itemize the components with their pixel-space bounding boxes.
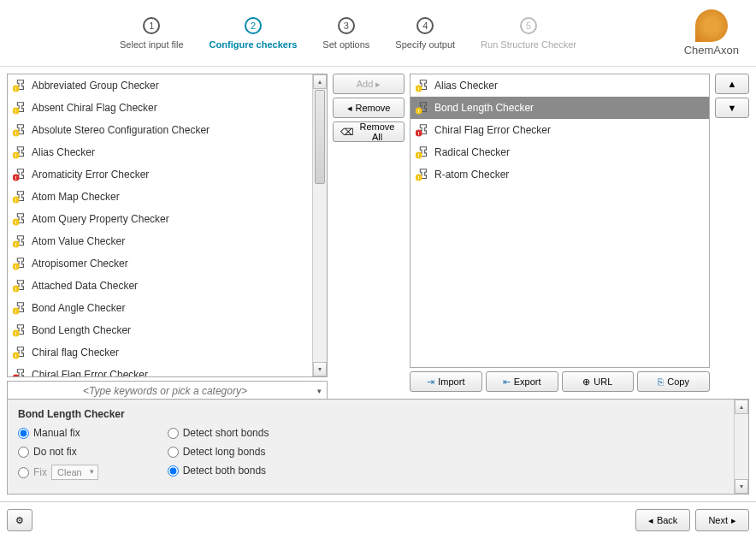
- remove-all-button[interactable]: ⌫Remove All: [333, 121, 405, 142]
- settings-button[interactable]: ⚙: [7, 509, 32, 531]
- svg-text:!: !: [15, 264, 17, 270]
- wizard-step[interactable]: 1Select input file: [120, 17, 184, 50]
- radio-input[interactable]: [168, 447, 179, 458]
- checker-icon: !: [13, 190, 27, 204]
- step-number: 4: [416, 17, 434, 34]
- arrow-right-icon: ▸: [731, 515, 736, 526]
- checker-item[interactable]: !Atom Value Checker: [8, 230, 312, 252]
- checker-icon: !: [13, 168, 27, 181]
- dropdown-arrow-icon[interactable]: ▾: [317, 387, 322, 395]
- available-panel: !Abbreviated Group Checker!Absent Chiral…: [7, 74, 328, 392]
- checker-item[interactable]: !Chiral Flag Error Checker: [8, 364, 312, 376]
- checker-icon: !: [13, 368, 27, 376]
- checker-item[interactable]: !Alias Checker: [410, 74, 709, 97]
- wizard-header: 1Select input file2Configure checkers3Se…: [0, 0, 756, 67]
- step-label: Select input file: [120, 39, 184, 50]
- scroll-up-button[interactable]: ▴: [313, 74, 327, 89]
- io-buttons: ⇥Import ⇤Export ⊕URL ⎘Copy: [410, 371, 710, 392]
- option-label: Detect short bonds: [183, 427, 269, 439]
- gear-icon: ⚙: [15, 515, 24, 526]
- checker-item[interactable]: !Alias Checker: [8, 141, 312, 163]
- svg-text:!: !: [15, 286, 17, 292]
- checker-item[interactable]: !R-atom Checker: [410, 163, 709, 186]
- checker-item[interactable]: !Bond Length Checker: [8, 319, 312, 341]
- checker-icon: !: [13, 101, 27, 115]
- export-icon: ⇤: [503, 376, 511, 388]
- step-label: Set options: [322, 39, 369, 50]
- option-label: Do not fix: [33, 446, 77, 458]
- wizard-step[interactable]: 2Configure checkers: [210, 17, 298, 50]
- checker-icon: !: [13, 212, 27, 226]
- fix-option[interactable]: Fix Clean: [18, 465, 125, 480]
- fix-option[interactable]: Do not fix: [18, 446, 125, 458]
- checker-label: Atom Query Property Checker: [32, 213, 169, 225]
- svg-text:!: !: [15, 108, 17, 114]
- radio-input[interactable]: [18, 428, 29, 439]
- detect-option[interactable]: Detect both bonds: [168, 465, 269, 477]
- available-checker-list[interactable]: !Abbreviated Group Checker!Absent Chiral…: [8, 74, 312, 376]
- radio-input[interactable]: [18, 447, 29, 458]
- export-button[interactable]: ⇤Export: [486, 371, 558, 392]
- checker-item[interactable]: !Bond Length Checker: [410, 97, 709, 119]
- svg-text:!: !: [15, 175, 17, 181]
- svg-text:!: !: [15, 352, 17, 358]
- url-button[interactable]: ⊕URL: [562, 371, 635, 392]
- add-button[interactable]: Add ▸: [333, 74, 405, 94]
- checker-item[interactable]: !Absent Chiral Flag Checker: [8, 97, 312, 119]
- detect-option[interactable]: Detect short bonds: [168, 427, 269, 439]
- checker-item[interactable]: !Radical Checker: [410, 141, 709, 163]
- svg-text:!: !: [15, 241, 17, 247]
- fix-select[interactable]: Clean: [51, 465, 98, 480]
- scroll-down-button[interactable]: ▾: [313, 362, 327, 376]
- scroll-down-button[interactable]: ▾: [735, 479, 748, 494]
- radio-input[interactable]: [168, 428, 179, 439]
- scrollbar[interactable]: ▴ ▾: [312, 74, 327, 376]
- detect-option[interactable]: Detect long bonds: [168, 446, 269, 458]
- arrow-left-icon: ◂: [648, 515, 653, 526]
- import-button[interactable]: ⇥Import: [410, 371, 482, 392]
- back-button[interactable]: ◂Back: [635, 509, 690, 531]
- checker-item[interactable]: !Chiral flag Checker: [8, 341, 312, 364]
- checker-icon: !: [13, 123, 27, 137]
- selected-checker-list[interactable]: !Alias Checker!Bond Length Checker!Chira…: [410, 74, 710, 368]
- checker-item[interactable]: !Absolute Stereo Configuration Checker: [8, 119, 312, 141]
- detail-scrollbar[interactable]: ▴ ▾: [734, 400, 748, 494]
- checker-item[interactable]: !Atom Query Property Checker: [8, 208, 312, 230]
- move-up-button[interactable]: ▲: [715, 74, 749, 94]
- next-button[interactable]: Next▸: [695, 509, 749, 531]
- scroll-up-button[interactable]: ▴: [735, 400, 748, 414]
- checker-item[interactable]: !Aromaticity Error Checker: [8, 163, 312, 186]
- svg-text:!: !: [418, 108, 420, 114]
- checker-item[interactable]: !Atropisomer Checker: [8, 252, 312, 275]
- wizard-step[interactable]: 4Specify output: [395, 17, 455, 50]
- step-number: 3: [338, 17, 355, 34]
- chemaxon-logo: ChemAxon: [684, 9, 739, 56]
- copy-button[interactable]: ⎘Copy: [637, 371, 710, 392]
- checker-label: Alias Checker: [32, 146, 95, 158]
- selected-panel: !Alias Checker!Bond Length Checker!Chira…: [410, 74, 710, 392]
- fix-option[interactable]: Manual fix: [18, 427, 125, 439]
- step-label: Configure checkers: [210, 39, 298, 50]
- step-label: Specify output: [395, 39, 455, 50]
- checker-item[interactable]: !Bond Angle Checker: [8, 297, 312, 319]
- checker-item[interactable]: !Attached Data Checker: [8, 275, 312, 297]
- wizard-step[interactable]: 5Run Structure Checker: [481, 17, 576, 50]
- checker-icon: !: [416, 145, 429, 159]
- checker-icon: !: [13, 234, 27, 248]
- checker-item[interactable]: !Chiral Flag Error Checker: [410, 119, 709, 141]
- remove-button[interactable]: ◂Remove: [333, 98, 405, 118]
- option-label: Detect both bonds: [183, 465, 266, 477]
- radio-input[interactable]: [18, 467, 29, 478]
- checker-item[interactable]: !Atom Map Checker: [8, 186, 312, 208]
- radio-input[interactable]: [168, 465, 179, 477]
- search-input[interactable]: [13, 385, 317, 397]
- checker-detail-panel: Bond Length Checker Manual fixDo not fix…: [7, 399, 749, 495]
- checker-label: Abbreviated Group Checker: [32, 80, 159, 92]
- checker-label: Chiral Flag Error Checker: [32, 369, 148, 376]
- wizard-step[interactable]: 3Set options: [322, 17, 369, 50]
- checker-label: Atropisomer Checker: [32, 258, 128, 270]
- move-down-button[interactable]: ▼: [715, 98, 749, 118]
- import-icon: ⇥: [427, 376, 434, 388]
- checker-item[interactable]: !Abbreviated Group Checker: [8, 74, 312, 97]
- scroll-thumb[interactable]: [315, 90, 325, 184]
